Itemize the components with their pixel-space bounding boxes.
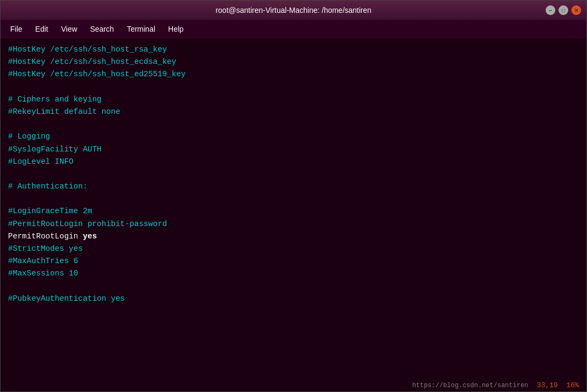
- title-bar: root@santiren-Virtual-Machine: /home/san…: [1, 1, 586, 20]
- terminal-line: # Logging: [8, 130, 579, 143]
- menu-view[interactable]: View: [56, 23, 83, 35]
- terminal-line: [8, 168, 579, 180]
- close-button[interactable]: ✕: [571, 5, 581, 15]
- menu-bar: File Edit View Search Terminal Help: [1, 20, 586, 38]
- terminal-line: [8, 280, 579, 293]
- status-bar: https://blog.csdn.net/santiren 33,19 16%: [412, 381, 579, 389]
- terminal-line: #SyslogFacility AUTH: [8, 143, 579, 156]
- terminal-line: [8, 193, 579, 205]
- window-title: root@santiren-Virtual-Machine: /home/san…: [215, 6, 371, 14]
- terminal-line: #HostKey /etc/ssh/ssh_host_ecdsa_key: [8, 56, 579, 68]
- menu-file[interactable]: File: [5, 23, 28, 35]
- menu-search[interactable]: Search: [85, 23, 119, 35]
- terminal-line: # Ciphers and keying: [8, 93, 579, 106]
- terminal-line: #LogLevel INFO: [8, 156, 579, 168]
- terminal-line: #LoginGraceTime 2m: [8, 205, 579, 217]
- terminal-window: root@santiren-Virtual-Machine: /home/san…: [0, 0, 587, 392]
- terminal-line: #RekeyLimit default none: [8, 106, 579, 118]
- status-percent: 16%: [567, 381, 579, 389]
- permit-root-login-value: yes: [83, 232, 97, 241]
- status-url: https://blog.csdn.net/santiren: [412, 382, 528, 389]
- terminal-line: #MaxAuthTries 6: [8, 255, 579, 267]
- menu-help[interactable]: Help: [163, 23, 189, 35]
- permit-root-login-label: PermitRootLogin: [8, 232, 83, 241]
- menu-edit[interactable]: Edit: [30, 23, 54, 35]
- terminal-line-highlight: PermitRootLogin yes: [8, 230, 579, 243]
- terminal-line: [8, 118, 579, 130]
- terminal-content[interactable]: #HostKey /etc/ssh/ssh_host_rsa_key #Host…: [1, 38, 586, 391]
- terminal-line: #MaxSessions 10: [8, 267, 579, 280]
- terminal-line: #HostKey /etc/ssh/ssh_host_ed25519_key: [8, 68, 579, 81]
- window-controls: – □ ✕: [546, 5, 581, 15]
- terminal-line: #PubkeyAuthentication yes: [8, 293, 579, 305]
- terminal-line: #PermitRootLogin prohibit-password: [8, 218, 579, 230]
- terminal-line: [8, 81, 579, 93]
- terminal-line: #StrictModes yes: [8, 243, 579, 255]
- minimize-button[interactable]: –: [546, 5, 555, 15]
- status-position: 33,19: [537, 381, 558, 389]
- maximize-button[interactable]: □: [559, 5, 568, 15]
- menu-terminal[interactable]: Terminal: [121, 23, 161, 35]
- terminal-line: # Authentication:: [8, 180, 579, 193]
- terminal-line: #HostKey /etc/ssh/ssh_host_rsa_key: [8, 43, 579, 56]
